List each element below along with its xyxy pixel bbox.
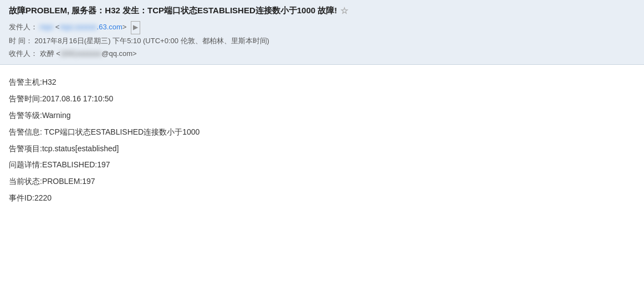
time-label: 时 间：	[9, 37, 33, 45]
sender-email-wrapper: <myo.xxxxxx.63.com>	[55, 23, 129, 31]
event-label: 事件ID:	[9, 193, 34, 202]
level-value: Warning	[42, 111, 71, 120]
sender-email-domain: .63.com	[97, 23, 122, 31]
to-email-wrapper: <1041xxxxxxx@qq.com>	[56, 49, 136, 58]
star-icon[interactable]: ☆	[340, 6, 348, 16]
time-line: 时 间： 2017年8月16日(星期三) 下午5:10 (UTC+0:00 伦敦…	[9, 34, 635, 47]
email-container: 故障PROBLEM, 服务器：H32 发生：TCP端口状态ESTABLISHED…	[0, 0, 644, 219]
detail-line: 问题详情:ESTABLISHED:197	[9, 158, 635, 172]
event-value: 2220	[34, 193, 52, 202]
email-header: 故障PROBLEM, 服务器：H32 发生：TCP端口状态ESTABLISHED…	[0, 0, 644, 65]
sender-name-text: myo	[40, 21, 54, 33]
item-line: 告警项目:tcp.status[established]	[9, 142, 635, 156]
level-label: 告警等级:	[9, 111, 42, 120]
email-subject: 故障PROBLEM, 服务器：H32 发生：TCP端口状态ESTABLISHED…	[9, 6, 635, 16]
to-email-blurred2: xxxxxxx	[76, 47, 102, 60]
host-value: H32	[42, 78, 57, 86]
from-line: 发件人： myo <myo.xxxxxx.63.com> ▶	[9, 21, 635, 34]
to-name: 欢醉	[40, 49, 54, 58]
forward-icon[interactable]: ▶	[131, 21, 140, 34]
email-body: 告警主机:H32 告警时间:2017.08.16 17:10:50 告警等级:W…	[0, 65, 644, 219]
subject-text: 故障PROBLEM, 服务器：H32 发生：TCP端口状态ESTABLISHED…	[9, 6, 337, 16]
info-value: TCP端口状态ESTABLISHED连接数小于1000	[42, 127, 200, 136]
event-line: 事件ID:2220	[9, 192, 635, 205]
email-meta: 发件人： myo <myo.xxxxxx.63.com> ▶ 时 间： 2017…	[9, 21, 635, 60]
info-label: 告警信息:	[9, 127, 42, 136]
detail-label: 问题详情:	[9, 160, 42, 169]
host-label: 告警主机:	[9, 78, 42, 86]
status-value: PROBLEM:197	[42, 177, 95, 186]
status-label: 当前状态:	[9, 177, 42, 186]
item-value: tcp.status[established]	[42, 144, 119, 153]
to-email-domain: @qq.com	[101, 49, 132, 58]
info-line: 告警信息: TCP端口状态ESTABLISHED连接数小于1000	[9, 126, 635, 139]
detail-value: ESTABLISHED:197	[42, 160, 110, 169]
host-line: 告警主机:H32	[9, 76, 635, 89]
sender-email-domain-blurred: xxxxxx	[75, 21, 97, 33]
to-email-blurred: 1041	[60, 47, 76, 60]
time-value: 2017年8月16日(星期三) 下午5:10 (UTC+0:00 伦敦、都柏林、…	[34, 37, 269, 45]
level-line: 告警等级:Warning	[9, 109, 635, 122]
to-label: 收件人：	[9, 49, 38, 58]
item-label: 告警项目:	[9, 144, 42, 153]
status-line: 当前状态:PROBLEM:197	[9, 175, 635, 188]
alert-time-label: 告警时间:	[9, 94, 42, 103]
sender-email-blurred: myo.	[59, 21, 75, 33]
alert-time-line: 告警时间:2017.08.16 17:10:50	[9, 93, 635, 106]
sender-name[interactable]: myo	[40, 23, 55, 31]
to-line: 收件人： 欢醉 <1041xxxxxxx@qq.com>	[9, 47, 635, 60]
alert-time-value: 2017.08.16 17:10:50	[42, 94, 113, 103]
from-label: 发件人：	[9, 23, 38, 31]
